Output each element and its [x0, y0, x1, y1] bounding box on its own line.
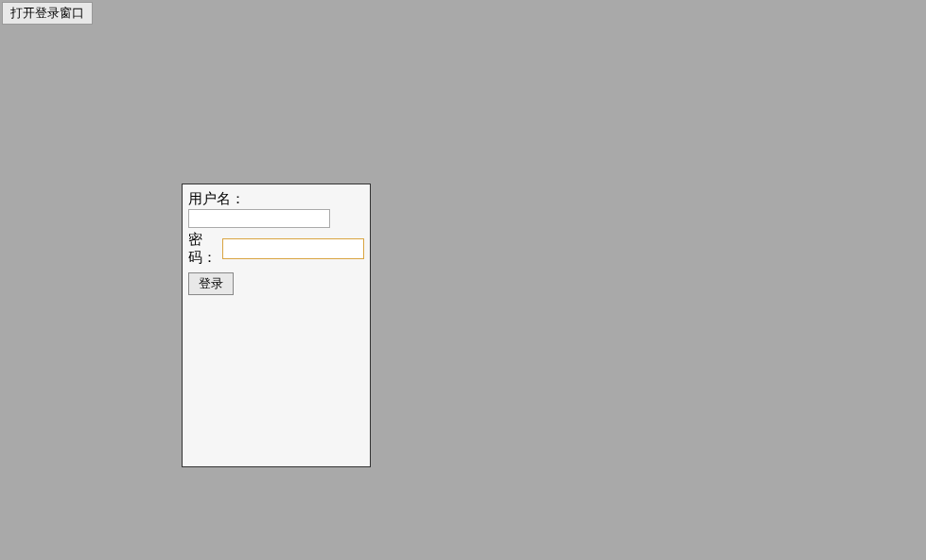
login-button[interactable]: 登录: [188, 272, 234, 295]
username-row: 用户名：: [188, 190, 364, 228]
password-input[interactable]: [222, 238, 364, 259]
username-label: 用户名：: [188, 190, 245, 206]
login-panel: 用户名： 密码： 登录: [182, 184, 371, 467]
password-label: 密码：: [188, 231, 220, 267]
open-login-window-button[interactable]: 打开登录窗口: [2, 2, 93, 25]
username-input[interactable]: [188, 209, 330, 228]
password-row: 密码：: [188, 231, 364, 267]
